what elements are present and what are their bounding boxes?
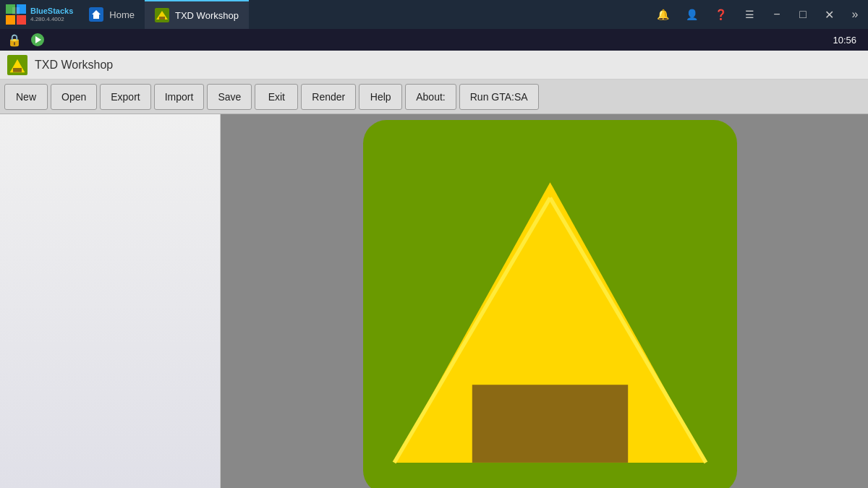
export-button[interactable]: Export xyxy=(100,84,150,110)
svg-rect-9 xyxy=(159,17,165,20)
app-header-icon xyxy=(7,55,27,75)
help-button[interactable]: Help xyxy=(359,84,402,110)
svg-rect-14 xyxy=(13,68,22,72)
svg-rect-2 xyxy=(6,15,15,25)
exit-button[interactable]: Exit xyxy=(255,84,298,110)
second-toolbar: 🔒 10:56 xyxy=(0,29,868,51)
render-button[interactable]: Render xyxy=(301,84,356,110)
app-header: TXD Workshop xyxy=(0,51,868,80)
svg-rect-4 xyxy=(12,7,20,14)
save-button[interactable]: Save xyxy=(207,84,252,110)
tab-home[interactable]: Home xyxy=(79,0,145,29)
about-button[interactable]: About: xyxy=(405,84,456,110)
more-button[interactable]: » xyxy=(842,0,868,29)
right-panel xyxy=(221,114,868,488)
txd-panel-icon xyxy=(226,120,868,488)
logo-name: BlueStacks xyxy=(30,7,73,16)
titlebar: BlueStacks 4.280.4.4002 Home TXD Worksho… xyxy=(0,0,868,29)
account-icon[interactable]: 👤 xyxy=(683,6,700,23)
left-panel xyxy=(0,114,221,488)
titlebar-controls: 🔔 👤 ❓ ☰ xyxy=(654,6,764,23)
new-button[interactable]: New xyxy=(4,84,48,110)
open-button[interactable]: Open xyxy=(51,84,97,110)
bluestacks-logo: BlueStacks 4.280.4.4002 xyxy=(0,0,79,29)
svg-rect-18 xyxy=(472,385,628,463)
logo-text: BlueStacks 4.280.4.4002 xyxy=(30,7,73,23)
app-header-title: TXD Workshop xyxy=(35,59,113,72)
tab-txd[interactable]: TXD Workshop xyxy=(145,0,249,29)
svg-rect-3 xyxy=(17,15,26,25)
run-gta-button[interactable]: Run GTA:SA xyxy=(459,84,539,110)
bluestacks-logo-icon xyxy=(6,4,26,25)
tab-txd-label: TXD Workshop xyxy=(175,10,239,21)
help-icon[interactable]: ❓ xyxy=(712,6,729,23)
maximize-button[interactable]: □ xyxy=(790,0,816,29)
window-controls: − □ ✕ » xyxy=(764,0,868,29)
tab-home-label: Home xyxy=(109,9,135,20)
main-content xyxy=(0,114,868,488)
minimize-button[interactable]: − xyxy=(764,0,790,29)
time-display: 10:56 xyxy=(833,35,862,46)
play-icon[interactable] xyxy=(29,31,46,48)
home-tab-icon xyxy=(89,7,103,22)
close-button[interactable]: ✕ xyxy=(816,0,842,29)
menubar: New Open Export Import Save Exit Render … xyxy=(0,80,868,114)
import-button[interactable]: Import xyxy=(154,84,205,110)
txd-tab-icon xyxy=(155,8,169,22)
lock-icon[interactable]: 🔒 xyxy=(6,31,23,48)
menu-icon[interactable]: ☰ xyxy=(741,6,758,23)
notification-icon[interactable]: 🔔 xyxy=(654,6,671,23)
logo-version: 4.280.4.4002 xyxy=(30,16,73,23)
